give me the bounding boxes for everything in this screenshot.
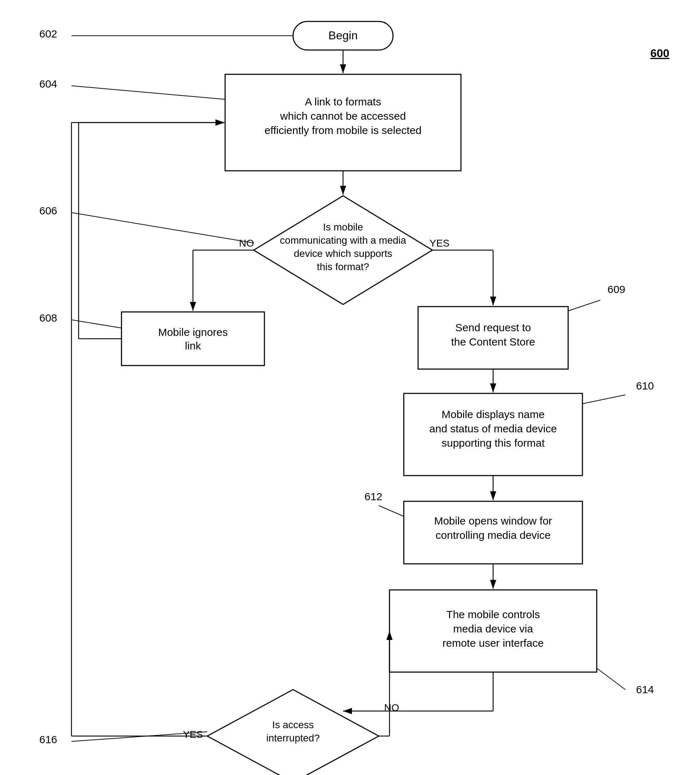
svg-text:Is mobile: Is mobile	[323, 221, 363, 233]
ref-602: 602	[39, 28, 57, 40]
svg-text:NO: NO	[239, 238, 254, 249]
svg-line-62	[597, 668, 625, 690]
svg-text:YES: YES	[183, 729, 203, 740]
svg-rect-4	[225, 74, 461, 171]
ref-610: 610	[636, 380, 654, 392]
ref-609: 609	[607, 283, 625, 295]
svg-text:link: link	[185, 340, 201, 352]
svg-text:which cannot be accessed: which cannot be accessed	[280, 110, 406, 122]
svg-text:A link to formats: A link to formats	[305, 96, 381, 108]
svg-text:The mobile controls: The mobile controls	[446, 609, 540, 620]
svg-text:communicating with a media: communicating with a media	[280, 235, 406, 246]
svg-text:Is access: Is access	[272, 719, 314, 730]
ref-604: 604	[39, 78, 57, 90]
svg-text:and status of media device: and status of media device	[429, 423, 557, 434]
svg-text:Mobile ignores: Mobile ignores	[158, 326, 228, 338]
svg-text:remote user interface: remote user interface	[442, 637, 544, 649]
svg-line-60	[582, 395, 625, 404]
svg-text:controlling media device: controlling media device	[436, 529, 550, 541]
svg-text:Begin: Begin	[328, 29, 357, 42]
svg-text:the Content Store: the Content Store	[451, 336, 535, 348]
svg-rect-20	[121, 312, 264, 366]
flowchart-diagram: Begin A link to formats which cannot be …	[0, 0, 700, 775]
svg-rect-30	[404, 393, 582, 476]
svg-text:supporting this format: supporting this format	[442, 437, 545, 449]
svg-line-56	[71, 86, 225, 99]
diagram-number: 600	[650, 47, 669, 60]
ref-606: 606	[39, 205, 57, 216]
svg-line-61	[379, 506, 404, 516]
ref-608: 608	[39, 312, 57, 324]
ref-612: 612	[364, 491, 382, 502]
svg-text:device which supports: device which supports	[294, 248, 392, 259]
svg-line-59	[568, 300, 600, 311]
svg-text:Mobile displays name: Mobile displays name	[442, 408, 545, 420]
svg-text:this format?: this format?	[317, 261, 369, 272]
svg-text:efficiently from mobile is sel: efficiently from mobile is selected	[264, 124, 422, 136]
svg-text:media device via: media device via	[453, 623, 533, 635]
svg-text:NO: NO	[384, 702, 399, 713]
svg-text:YES: YES	[429, 238, 449, 249]
ref-614: 614	[636, 684, 654, 695]
svg-text:Mobile opens window for: Mobile opens window for	[434, 515, 552, 527]
svg-text:interrupted?: interrupted?	[266, 732, 319, 743]
svg-line-57	[71, 213, 254, 243]
svg-text:Send request to: Send request to	[455, 322, 531, 333]
ref-616: 616	[39, 733, 57, 745]
